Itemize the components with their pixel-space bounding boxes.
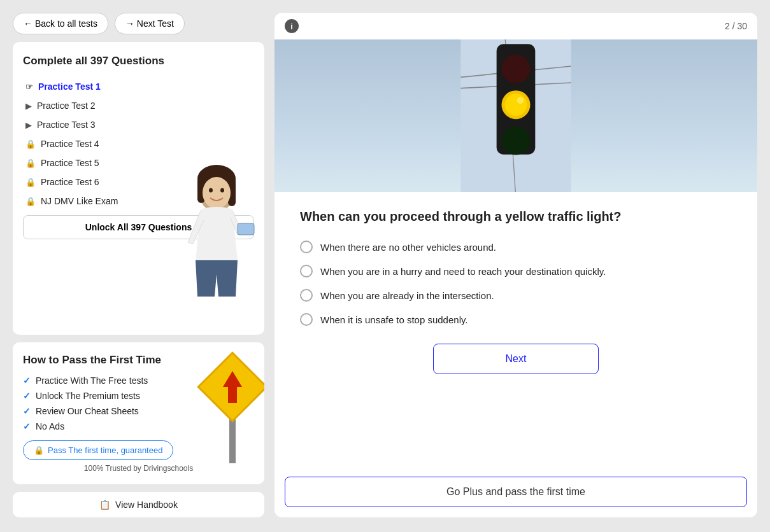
option-radio-3[interactable]: [300, 289, 313, 302]
trusted-text: 100% Trusted by Drivingschools: [23, 464, 254, 473]
tests-title: Complete all 397 Questions: [23, 55, 254, 67]
guarantee-button[interactable]: 🔒 Pass The first time, guaranteed: [23, 440, 173, 460]
svg-point-5: [209, 188, 213, 193]
next-button[interactable]: Next: [433, 344, 599, 374]
question-text: When can you proceed through a yellow tr…: [300, 207, 732, 225]
options-list: When there are no other vehicles around.…: [300, 241, 732, 326]
person-illustration: [169, 160, 264, 300]
test-item-3[interactable]: ▶ Practice Test 3: [23, 116, 254, 134]
check-icon-1: ✓: [23, 375, 31, 386]
svg-point-4: [203, 177, 231, 209]
test-item-2[interactable]: ▶ Practice Test 2: [23, 97, 254, 115]
svg-point-17: [505, 94, 527, 116]
check-icon-2: ✓: [23, 391, 31, 401]
option-item-4[interactable]: When it is unsafe to stop suddenly.: [300, 313, 732, 326]
road-sign-illustration: [194, 349, 264, 457]
tests-card: Complete all 397 Questions ☞ Practice Te…: [13, 42, 264, 335]
svg-rect-7: [238, 223, 254, 235]
lock-icon-4: 🔒: [25, 139, 36, 149]
lock-small-icon: 🔒: [34, 445, 44, 455]
check-icon-4: ✓: [23, 421, 31, 431]
next-test-button[interactable]: → Next Test: [115, 13, 185, 34]
arrow-icon-2: ▶: [25, 101, 32, 111]
question-header: i 2 / 30: [274, 13, 757, 39]
check-icon-3: ✓: [23, 406, 31, 416]
test-item-1[interactable]: ☞ Practice Test 1: [23, 78, 254, 95]
nav-buttons: ← Back to all tests → Next Test: [13, 13, 264, 34]
page-container: ← Back to all tests → Next Test Complete…: [13, 13, 757, 517]
lock-icon-6: 🔒: [25, 178, 36, 187]
question-body: When can you proceed through a yellow tr…: [274, 192, 757, 477]
option-item-3[interactable]: When you are already in the intersection…: [300, 289, 732, 302]
svg-point-19: [517, 97, 524, 104]
test-item-4[interactable]: 🔒 Practice Test 4: [23, 135, 254, 153]
pointer-icon: ☞: [25, 82, 33, 92]
arrow-icon-3: ▶: [25, 120, 32, 130]
option-item-2[interactable]: When you are in a hurry and need to reac…: [300, 265, 732, 277]
handbook-bar[interactable]: 📋 View Handbook: [13, 492, 264, 517]
handbook-icon: 📋: [99, 500, 110, 510]
progress-indicator: 2 / 30: [725, 21, 747, 31]
right-panel: i 2 / 30: [274, 13, 757, 517]
option-radio-1[interactable]: [300, 241, 313, 253]
lock-icon-5: 🔒: [25, 158, 36, 168]
go-plus-button[interactable]: Go Plus and pass the first time: [285, 477, 747, 507]
back-button[interactable]: ← Back to all tests: [13, 13, 108, 34]
option-radio-2[interactable]: [300, 265, 313, 277]
lock-icon-dmv: 🔒: [25, 197, 36, 206]
traffic-light-image: [274, 39, 757, 192]
option-radio-4[interactable]: [300, 313, 313, 326]
option-item-1[interactable]: When there are no other vehicles around.: [300, 241, 732, 253]
svg-point-15: [501, 55, 530, 83]
pass-card: How to Pass the First Time ✓ Practice Wi…: [13, 342, 264, 484]
info-icon[interactable]: i: [285, 19, 299, 33]
svg-point-6: [220, 188, 224, 193]
svg-point-18: [501, 126, 530, 155]
left-panel: ← Back to all tests → Next Test Complete…: [13, 13, 264, 517]
